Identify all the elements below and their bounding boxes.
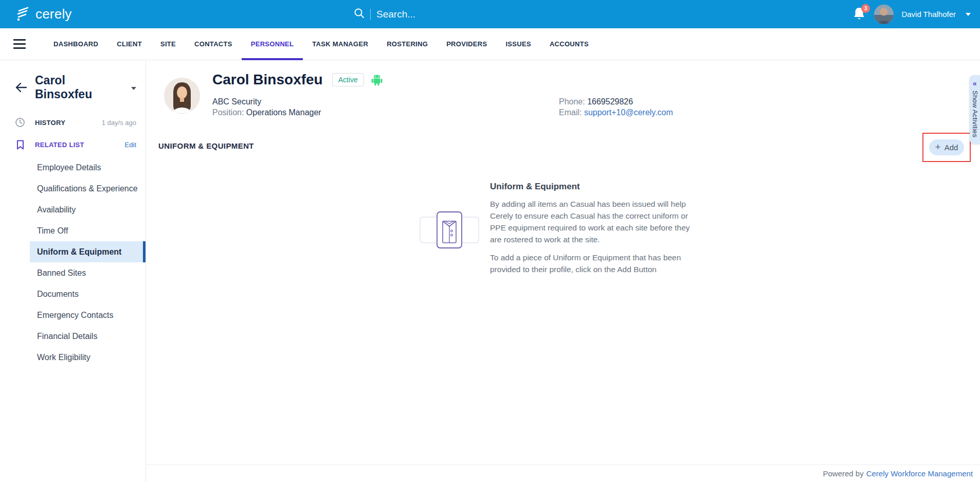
- empty-state-paragraph-1: By adding all items an Casual has been i…: [490, 198, 696, 245]
- phone-value: 1669529826: [587, 97, 633, 106]
- sidebar-item-documents[interactable]: Documents: [0, 283, 146, 305]
- show-activities-tab[interactable]: « Show Activities: [970, 75, 980, 144]
- bookmark-icon: [14, 140, 26, 150]
- profile-name-row: Carol Binsoxfeu Active: [212, 72, 383, 88]
- sidebar: Carol Binsoxfeu HISTORY 1 day/s ago RELA…: [0, 60, 146, 482]
- tab-issues[interactable]: ISSUES: [496, 28, 540, 60]
- sidebar-item-banned-sites[interactable]: Banned Sites: [0, 262, 146, 283]
- empty-state-paragraph-2: To add a piece of Uniform or Equipment t…: [490, 252, 696, 275]
- profile-photo: [164, 78, 200, 114]
- search-input[interactable]: [376, 9, 531, 20]
- tab-rostering[interactable]: ROSTERING: [377, 28, 437, 60]
- app-header: cerely 3: [0, 0, 980, 28]
- related-list-items: Employee Details Qualifications & Experi…: [0, 157, 146, 368]
- plus-icon: +: [935, 142, 941, 152]
- sidebar-item-emergency-contacts[interactable]: Emergency Contacts: [0, 305, 146, 326]
- annotation-highlight-box: + Add: [922, 133, 971, 162]
- related-list-label: RELATED LIST: [35, 141, 84, 149]
- notifications-bell[interactable]: 3: [853, 7, 866, 22]
- main-nav: DASHBOARD CLIENT SITE CONTACTS PERSONNEL…: [0, 28, 980, 60]
- cerely-logo-icon: [15, 6, 31, 23]
- show-activities-label: Show Activities: [971, 91, 979, 137]
- search-divider: [370, 9, 371, 20]
- sidebar-item-financial-details[interactable]: Financial Details: [0, 326, 146, 347]
- sidebar-person-name: Carol Binsoxfeu: [35, 74, 125, 101]
- back-arrow-icon[interactable]: [14, 81, 28, 94]
- sidebar-header: Carol Binsoxfeu: [14, 74, 136, 101]
- tab-client[interactable]: CLIENT: [107, 28, 151, 60]
- empty-state-title: Uniform & Equipment: [490, 182, 696, 192]
- tab-contacts[interactable]: CONTACTS: [185, 28, 242, 60]
- profile-company: ABC Security: [212, 97, 261, 106]
- section-title: UNIFORM & EQUIPMENT: [158, 141, 254, 150]
- footer: Powered by Cerely Workforce Management: [146, 465, 980, 482]
- notification-count-badge: 3: [861, 4, 870, 13]
- main-content: Carol Binsoxfeu Active: [146, 60, 980, 482]
- sidebar-item-time-off[interactable]: Time Off: [0, 220, 146, 241]
- empty-state: Uniform & Equipment By adding all items …: [490, 182, 696, 275]
- sidebar-item-uniform-equipment[interactable]: Uniform & Equipment: [30, 241, 146, 262]
- email-label: Email:: [559, 108, 584, 117]
- sidebar-item-work-eligibility[interactable]: Work Eligibility: [0, 347, 146, 368]
- search-icon: [354, 8, 365, 21]
- add-button-label: Add: [945, 143, 958, 152]
- profile-position: Position: Operations Manager: [212, 108, 321, 117]
- position-value: Operations Manager: [246, 108, 321, 117]
- tab-dashboard[interactable]: DASHBOARD: [44, 28, 107, 60]
- powered-by-text: Powered by: [823, 469, 863, 478]
- sidebar-item-availability[interactable]: Availability: [0, 199, 146, 220]
- history-row[interactable]: HISTORY 1 day/s ago: [14, 117, 136, 128]
- android-icon: [371, 74, 383, 86]
- profile-email: Email: support+10@cerely.com: [559, 108, 673, 117]
- email-link[interactable]: support+10@cerely.com: [584, 108, 673, 117]
- profile-name: Carol Binsoxfeu: [212, 72, 323, 88]
- person-switch-caret-icon[interactable]: [131, 87, 136, 90]
- global-search: [354, 0, 531, 28]
- history-timestamp: 1 day/s ago: [102, 119, 136, 127]
- brand-logo[interactable]: cerely: [15, 6, 72, 23]
- tab-providers[interactable]: PROVIDERS: [437, 28, 496, 60]
- user-name[interactable]: David Thalhofer: [901, 10, 956, 19]
- bell-icon: [853, 14, 865, 23]
- user-avatar[interactable]: [874, 5, 894, 24]
- tab-personnel[interactable]: PERSONNEL: [242, 28, 303, 60]
- tab-task-manager[interactable]: TASK MANAGER: [303, 28, 377, 60]
- related-list-row: RELATED LIST Edit: [14, 140, 136, 150]
- position-label: Position:: [212, 108, 246, 117]
- user-menu-caret-icon[interactable]: [966, 13, 971, 16]
- history-clock-icon: [14, 117, 26, 128]
- sidebar-item-qualifications-experience[interactable]: Qualifications & Experience: [0, 178, 146, 199]
- collapse-chevrons-icon: «: [973, 80, 977, 87]
- tab-site[interactable]: SITE: [151, 28, 185, 60]
- related-list-edit-link[interactable]: Edit: [125, 141, 136, 149]
- sidebar-item-employee-details[interactable]: Employee Details: [0, 157, 146, 178]
- footer-brand-link[interactable]: Cerely Workforce Management: [866, 469, 973, 478]
- brand-name: cerely: [35, 6, 72, 22]
- profile-phone: Phone: 1669529826: [559, 97, 633, 106]
- hamburger-menu-icon[interactable]: [13, 28, 26, 60]
- nav-tabs: DASHBOARD CLIENT SITE CONTACTS PERSONNEL…: [44, 28, 598, 60]
- add-button[interactable]: + Add: [929, 139, 964, 155]
- workspace: Carol Binsoxfeu HISTORY 1 day/s ago RELA…: [0, 60, 980, 482]
- uniform-shirt-icon: [418, 210, 481, 252]
- phone-label: Phone:: [559, 97, 587, 106]
- tab-accounts[interactable]: ACCOUNTS: [540, 28, 598, 60]
- history-label: HISTORY: [35, 119, 65, 127]
- header-right-cluster: 3 David Thalhofer: [853, 0, 971, 28]
- status-badge: Active: [332, 73, 364, 86]
